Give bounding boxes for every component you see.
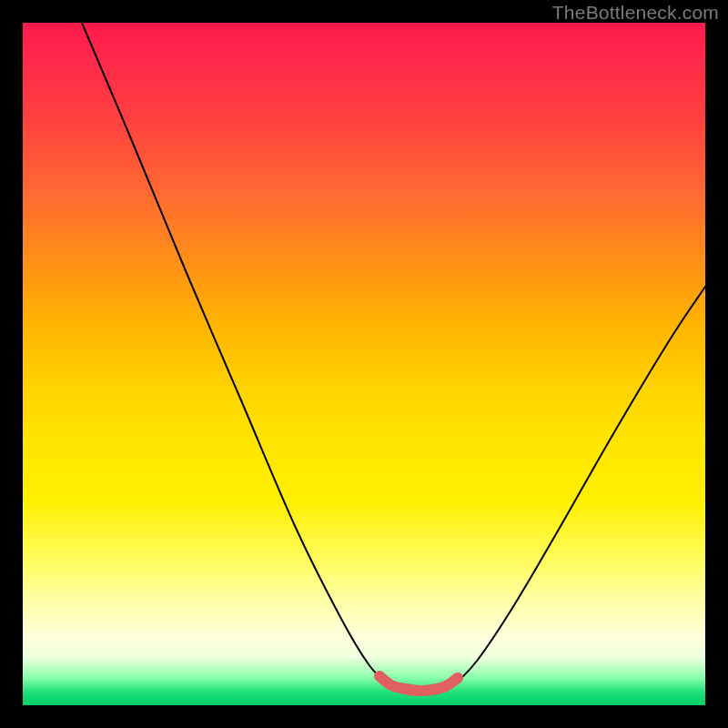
bottleneck-valley-highlight [379, 676, 458, 691]
watermark-label: TheBottleneck.com [552, 2, 719, 24]
bottleneck-curve [82, 23, 705, 693]
chart-frame: TheBottleneck.com [0, 0, 728, 728]
chart-plot-area [23, 23, 705, 705]
chart-svg [23, 23, 705, 705]
